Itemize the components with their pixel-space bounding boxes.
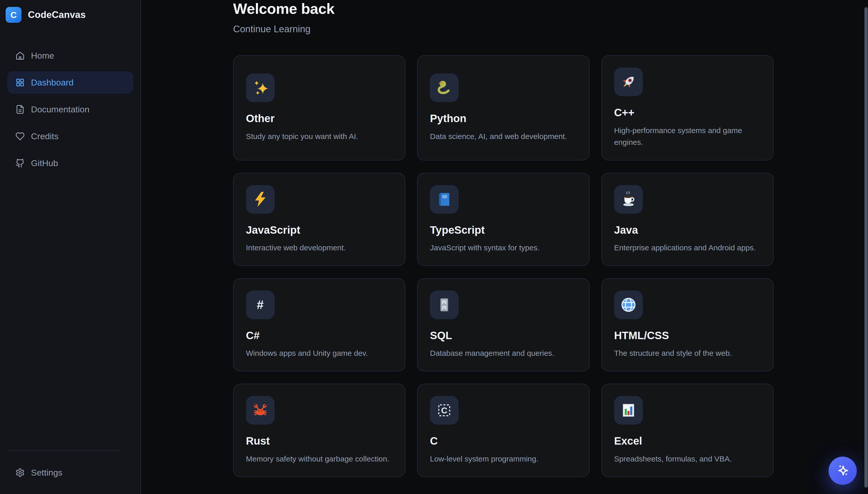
- sidebar-item-label: GitHub: [31, 158, 58, 168]
- course-card-cplusplus[interactable]: C++High-performance systems and game eng…: [601, 55, 774, 160]
- course-card-python[interactable]: PythonData science, AI, and web developm…: [417, 55, 589, 160]
- ai-assistant-button[interactable]: [829, 457, 857, 485]
- sidebar: C CodeCanvas HomeDashboardDocumentationC…: [0, 0, 141, 494]
- course-card-javascript[interactable]: JavaScriptInteractive web development.: [233, 173, 405, 266]
- coffee-icon: [614, 185, 643, 214]
- ai-sparkles-icon: [835, 463, 850, 479]
- app-title: CodeCanvas: [28, 10, 86, 20]
- sidebar-item-label: Credits: [31, 131, 59, 141]
- course-card-excel[interactable]: ExcelSpreadsheets, formulas, and VBA.: [601, 384, 774, 477]
- svg-text:C: C: [441, 406, 447, 415]
- course-grid: OtherStudy any topic you want with AI.Py…: [233, 55, 774, 477]
- document-icon: [15, 105, 25, 114]
- course-description: The structure and style of the web.: [614, 347, 761, 359]
- app-logo-letter: C: [11, 10, 17, 20]
- course-card-sql[interactable]: SQLDatabase management and queries.: [417, 278, 589, 372]
- course-title: C#: [246, 329, 392, 342]
- course-card-java[interactable]: JavaEnterprise applications and Android …: [601, 173, 774, 266]
- rocket-icon: [614, 68, 643, 96]
- course-title: Excel: [614, 435, 761, 447]
- blue-book-icon: [430, 185, 459, 214]
- globe-icon: [614, 290, 643, 319]
- course-description: High-performance systems and game engine…: [614, 125, 761, 148]
- sidebar-item-label: Settings: [31, 468, 62, 478]
- course-title: C++: [614, 107, 761, 119]
- course-card-rust[interactable]: RustMemory safety without garbage collec…: [233, 384, 405, 477]
- heart-icon: [15, 132, 25, 141]
- sidebar-item-label: Documentation: [31, 104, 90, 114]
- main-content: Welcome back Continue Learning OtherStud…: [141, 0, 868, 494]
- page-title: Welcome back: [233, 1, 868, 17]
- gear-icon: [15, 468, 25, 477]
- hash-icon: #: [246, 290, 274, 319]
- sidebar-item-label: Dashboard: [31, 78, 74, 88]
- home-icon: [15, 51, 25, 60]
- course-description: Windows apps and Unity game dev.: [246, 347, 392, 359]
- sidebar-item-home[interactable]: Home: [7, 44, 133, 67]
- sidebar-item-dashboard[interactable]: Dashboard: [7, 71, 133, 94]
- course-description: Enterprise applications and Android apps…: [614, 242, 761, 254]
- course-card-other[interactable]: OtherStudy any topic you want with AI.: [233, 55, 405, 160]
- course-title: JavaScript: [246, 224, 392, 236]
- course-description: Memory safety without garbage collection…: [246, 453, 392, 465]
- course-card-html-css[interactable]: HTML/CSSThe structure and style of the w…: [601, 278, 774, 372]
- course-title: Other: [246, 112, 392, 125]
- brand-header: C CodeCanvas: [0, 0, 140, 23]
- sidebar-footer: Settings: [0, 451, 140, 494]
- lightning-icon: [246, 185, 274, 214]
- course-title: Java: [614, 224, 761, 236]
- sidebar-item-documentation[interactable]: Documentation: [7, 98, 133, 120]
- file-cabinet-icon: [430, 290, 459, 319]
- bar-chart-icon: [614, 396, 643, 425]
- course-description: Study any topic you want with AI.: [246, 131, 392, 142]
- sidebar-item-settings[interactable]: Settings: [7, 461, 133, 484]
- course-title: TypeScript: [430, 224, 577, 236]
- dashboard-icon: [15, 78, 25, 87]
- course-card-c[interactable]: CCLow-level system programming.: [417, 384, 589, 477]
- c-dashed-icon: C: [430, 396, 459, 425]
- snake-icon: [430, 74, 459, 102]
- course-title: Rust: [246, 435, 392, 447]
- course-title: SQL: [430, 329, 577, 342]
- sidebar-divider: [7, 451, 120, 451]
- sidebar-item-credits[interactable]: Credits: [7, 125, 133, 148]
- course-title: Python: [430, 112, 577, 125]
- course-title: C: [430, 435, 577, 447]
- course-description: Low-level system programming.: [430, 453, 577, 465]
- course-card-typescript[interactable]: TypeScriptJavaScript with syntax for typ…: [417, 173, 589, 266]
- app-logo: C: [6, 7, 21, 23]
- sidebar-nav: HomeDashboardDocumentationCreditsGitHub: [0, 44, 140, 174]
- sidebar-item-label: Home: [31, 51, 54, 61]
- page-subtitle: Continue Learning: [233, 23, 868, 35]
- course-card-csharp[interactable]: #C#Windows apps and Unity game dev.: [233, 278, 405, 372]
- svg-text:#: #: [257, 298, 264, 311]
- course-description: Spreadsheets, formulas, and VBA.: [614, 453, 761, 465]
- course-title: HTML/CSS: [614, 329, 761, 342]
- vertical-scrollbar[interactable]: [864, 7, 868, 488]
- github-icon: [15, 158, 25, 168]
- course-description: Interactive web development.: [246, 242, 392, 254]
- sparkles-icon: [246, 74, 274, 102]
- course-description: Database management and queries.: [430, 347, 577, 359]
- course-description: JavaScript with syntax for types.: [430, 242, 577, 254]
- crab-icon: [246, 396, 274, 425]
- sidebar-item-github[interactable]: GitHub: [7, 152, 133, 174]
- course-description: Data science, AI, and web development.: [430, 131, 577, 142]
